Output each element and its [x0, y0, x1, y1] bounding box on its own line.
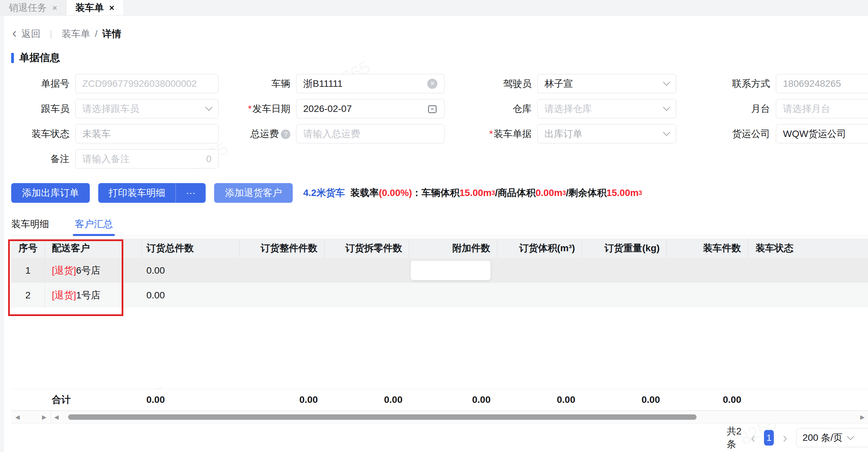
table-row[interactable]: 1 [退货] 6号店 0.00 [11, 258, 868, 283]
depart-date-picker[interactable]: 2026-02-07 [296, 99, 445, 118]
customer-name: 6号店 [76, 264, 101, 277]
clear-icon[interactable]: ✕ [427, 79, 437, 89]
window-tab-loading-list[interactable]: 装车单 × [66, 0, 123, 15]
follower-label: 跟车员 [11, 102, 69, 115]
print-loading-detail-button[interactable]: 打印装车明细 ··· [98, 183, 206, 203]
load-rate-info: 4.2米货车 装载率 (0.00%) ： 车辆体积 15.00m3 / 商品体积… [303, 186, 642, 199]
footer-loaded-qty: 0.00 [667, 389, 748, 410]
dock-field[interactable] [776, 99, 868, 118]
document-info-form: 单据号 车辆 ✕ 驾驶员 林子宣 联系方式 18069248265 跟车员 请选… [11, 74, 868, 169]
remark-input[interactable] [82, 154, 203, 164]
tab-loading-detail[interactable]: 装车明细 [11, 218, 49, 236]
extra-qty-input[interactable] [411, 261, 491, 280]
load-doc-select[interactable]: 出库订单 [537, 124, 676, 143]
scrollbar-thumb[interactable] [68, 414, 697, 420]
page-size-select[interactable]: 200 条/页 [796, 428, 868, 447]
vehicle-field[interactable]: ✕ [296, 74, 445, 93]
row-full-qty [240, 258, 325, 283]
col-header-weight[interactable]: 订货重量(kg) [582, 238, 667, 258]
col-header-seq[interactable]: 序号 [11, 238, 45, 258]
return-tag: [退货] [52, 264, 76, 277]
slash: / [495, 188, 498, 198]
follower-select[interactable]: 请选择跟车员 [75, 99, 219, 118]
row-customer[interactable]: [退货] 1号店 [45, 283, 142, 308]
help-icon[interactable]: ? [281, 130, 290, 139]
print-loading-detail-label[interactable]: 打印装车明细 [98, 183, 175, 203]
chevron-down-icon [663, 79, 670, 86]
table-footer: 合计 0.00 0.00 0.00 0.00 0.00 0.00 0.00 [11, 389, 868, 411]
back-link[interactable]: 返回 [21, 27, 40, 40]
vehicle-volume-label: 车辆体积 [421, 186, 459, 199]
section-title: 单据信息 [11, 51, 60, 65]
doc-no-input[interactable] [82, 78, 211, 89]
pagination-total: 共2条 [727, 425, 742, 451]
row-customer[interactable]: [退货] 6号店 [45, 258, 142, 283]
contact-label: 联系方式 [682, 77, 770, 90]
col-header-full-qty[interactable]: 订货整件件数 [240, 238, 325, 258]
add-outbound-order-button[interactable]: 添加出库订单 [11, 183, 90, 203]
close-icon[interactable]: × [109, 3, 114, 12]
window-tab-sales-return[interactable]: 销退任务 × [0, 0, 66, 15]
scroll-left-icon[interactable]: ◀ [54, 414, 59, 421]
freight-label: 总运费? [224, 127, 290, 140]
footer-extra-qty: 0.00 [409, 389, 497, 410]
table-header-row: 序号 配送客户 订货总件数 订货整件件数 订货拆零件数 附加件数 订货体积(m³… [11, 238, 868, 258]
back-arrow-icon[interactable]: ‹ [12, 27, 17, 39]
footer-total-qty: 0.00 [142, 389, 240, 410]
goods-volume-value: 0.00m [536, 188, 562, 198]
table-row[interactable]: 2 [退货] 1号店 0.00 [11, 283, 868, 308]
col-header-customer[interactable]: 配送客户 [45, 238, 142, 258]
breadcrumb-divider: | [50, 29, 52, 39]
col-header-split-qty[interactable]: 订货拆零件数 [325, 238, 409, 258]
section-title-bar [11, 53, 14, 63]
dock-label: 月台 [682, 102, 770, 115]
scrollbar-track[interactable] [62, 414, 857, 420]
add-return-customer-button[interactable]: 添加退货客户 [214, 183, 293, 203]
scroll-left-icon[interactable]: ◀ [15, 414, 20, 421]
driver-value: 林子宣 [544, 77, 661, 90]
footer-weight: 0.00 [582, 389, 667, 410]
footer-full-qty: 0.00 [240, 389, 325, 410]
dock-input[interactable] [783, 103, 868, 114]
close-icon[interactable]: × [52, 3, 57, 12]
vehicle-input[interactable] [303, 78, 424, 89]
load-rate-value: (0.00%) [379, 188, 412, 198]
row-volume [497, 258, 582, 283]
row-extra-qty [409, 258, 497, 283]
row-loaded-qty [667, 258, 748, 283]
col-header-total-qty[interactable]: 订货总件数 [142, 238, 240, 258]
carrier-value: WQW货运公司 [783, 127, 868, 140]
slash: / [566, 188, 569, 198]
prev-page-icon[interactable]: ‹ [751, 433, 755, 443]
customer-name: 1号店 [76, 289, 101, 302]
chevron-down-icon [663, 104, 670, 111]
col-header-extra-qty[interactable]: 附加件数 [409, 238, 497, 258]
col-header-loaded-qty[interactable]: 装车件数 [667, 238, 748, 258]
contact-field[interactable]: 18069248265 [776, 74, 868, 93]
row-load-status [748, 283, 868, 308]
next-page-icon[interactable]: › [783, 433, 787, 443]
scroll-right-icon[interactable]: ▶ [860, 414, 865, 421]
col-header-load-status[interactable]: 装车状态 [748, 238, 868, 258]
row-load-status [748, 258, 868, 283]
detail-tabs: 装车明细 客户汇总 [11, 218, 868, 236]
page-number-button[interactable]: 1 [764, 430, 774, 446]
freight-field[interactable] [296, 124, 445, 143]
doc-no-field[interactable] [75, 74, 219, 93]
row-split-qty [325, 283, 409, 308]
carrier-field[interactable]: WQW货运公司 [776, 124, 868, 143]
row-extra-qty [409, 283, 497, 308]
breadcrumb-parent[interactable]: 装车单 [62, 27, 90, 40]
freight-input[interactable] [303, 129, 437, 139]
row-total-qty: 0.00 [142, 258, 240, 283]
tab-customer-summary[interactable]: 客户汇总 [75, 218, 113, 236]
more-options-icon[interactable]: ··· [176, 183, 206, 203]
remark-field[interactable]: 0 [75, 149, 219, 169]
scroll-right-icon[interactable]: ▶ [42, 414, 46, 421]
driver-select[interactable]: 林子宣 [537, 74, 676, 93]
col-header-volume[interactable]: 订货体积(m³) [497, 238, 582, 258]
follower-placeholder: 请选择跟车员 [82, 102, 203, 115]
customer-summary-table: 序号 配送客户 订货总件数 订货整件件数 订货拆零件数 附加件数 订货体积(m³… [11, 238, 868, 308]
warehouse-select[interactable]: 请选择仓库 [537, 99, 676, 118]
section-title-text: 单据信息 [19, 51, 60, 65]
